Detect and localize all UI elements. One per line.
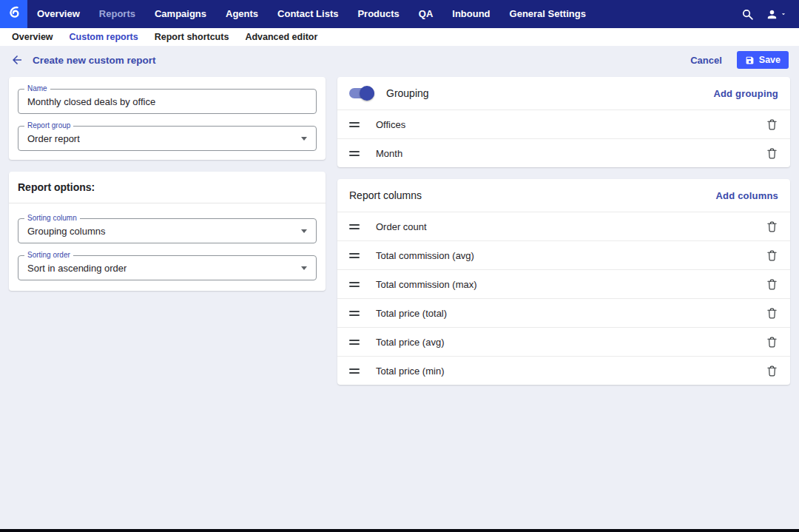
report-column-label: Total commission (avg) bbox=[376, 250, 474, 261]
drag-handle-icon[interactable] bbox=[349, 122, 360, 127]
delete-grouping-button[interactable] bbox=[766, 118, 778, 131]
add-grouping-button[interactable]: Add grouping bbox=[713, 88, 778, 99]
grouping-row-label: Offices bbox=[376, 119, 405, 130]
sorting-column-label: Sorting column bbox=[24, 214, 80, 222]
delete-column-button[interactable] bbox=[766, 278, 778, 291]
report-column-label: Total price (total) bbox=[376, 308, 447, 319]
subnav-item-overview[interactable]: Overview bbox=[4, 32, 61, 42]
save-button-label: Save bbox=[759, 55, 781, 65]
delete-grouping-button[interactable] bbox=[766, 147, 778, 160]
sorting-order-value: Sort in ascending order bbox=[27, 263, 127, 274]
topnav-item-products[interactable]: Products bbox=[348, 0, 408, 28]
grouping-panel: Grouping Add grouping Offices Month bbox=[337, 77, 790, 167]
report-column-row: Total price (avg) bbox=[337, 327, 790, 356]
save-icon bbox=[745, 55, 755, 65]
drag-handle-icon[interactable] bbox=[349, 224, 360, 229]
main-content: Name Monthly closed deals by office Repo… bbox=[0, 74, 799, 385]
report-name-value: Monthly closed deals by office bbox=[27, 96, 155, 107]
report-column-label: Total price (avg) bbox=[376, 337, 444, 348]
report-column-row: Total price (min) bbox=[337, 356, 790, 385]
drag-handle-icon[interactable] bbox=[349, 368, 360, 374]
search-icon[interactable] bbox=[741, 8, 754, 21]
page-header: Create new custom report Cancel Save bbox=[0, 46, 799, 74]
grouping-row-label: Month bbox=[376, 148, 402, 159]
sorting-column-value: Grouping columns bbox=[27, 226, 106, 237]
report-name-field[interactable]: Name Monthly closed deals by office bbox=[18, 89, 317, 114]
header-actions: Cancel Save bbox=[690, 51, 789, 69]
back-button[interactable] bbox=[10, 53, 24, 67]
trash-icon bbox=[766, 118, 778, 131]
topnav-item-contact-lists[interactable]: Contact Lists bbox=[268, 0, 348, 28]
drag-handle-icon[interactable] bbox=[349, 311, 360, 316]
subnav-item-report-shortcuts[interactable]: Report shortcuts bbox=[146, 32, 237, 42]
dropdown-caret-icon bbox=[301, 137, 307, 141]
add-columns-button[interactable]: Add columns bbox=[715, 190, 778, 201]
trash-icon bbox=[766, 365, 778, 377]
drag-handle-icon[interactable] bbox=[349, 282, 360, 287]
report-options-title: Report options: bbox=[9, 172, 326, 203]
grouping-row: Month bbox=[337, 138, 790, 167]
report-group-select[interactable]: Report group Order report bbox=[18, 126, 317, 151]
left-column: Name Monthly closed deals by office Repo… bbox=[9, 77, 326, 291]
toggle-thumb bbox=[360, 86, 374, 101]
report-column-label: Total commission (max) bbox=[376, 279, 477, 290]
save-button[interactable]: Save bbox=[737, 51, 789, 69]
delete-column-button[interactable] bbox=[766, 220, 778, 233]
report-group-label: Report group bbox=[24, 121, 73, 129]
cancel-button[interactable]: Cancel bbox=[690, 55, 722, 66]
topnav-item-inbound[interactable]: Inbound bbox=[442, 0, 499, 28]
report-column-row: Total commission (max) bbox=[337, 269, 790, 298]
back-arrow-icon bbox=[10, 53, 24, 67]
topnav-item-qa[interactable]: QA bbox=[409, 0, 443, 28]
dropdown-caret-icon bbox=[301, 266, 307, 270]
trash-icon bbox=[766, 249, 778, 262]
delete-column-button[interactable] bbox=[766, 249, 778, 262]
grouping-row: Offices bbox=[337, 110, 790, 138]
drag-handle-icon[interactable] bbox=[349, 253, 360, 258]
report-column-label: Total price (min) bbox=[376, 366, 444, 377]
topnav-item-campaigns[interactable]: Campaigns bbox=[145, 0, 216, 28]
drag-handle-icon[interactable] bbox=[349, 151, 360, 156]
chevron-down-icon bbox=[780, 10, 787, 18]
topnav-item-reports[interactable]: Reports bbox=[90, 0, 145, 28]
drag-handle-icon[interactable] bbox=[349, 340, 360, 345]
delete-column-button[interactable] bbox=[766, 336, 778, 349]
subnav-item-advanced-editor[interactable]: Advanced editor bbox=[237, 32, 326, 42]
delete-column-button[interactable] bbox=[766, 307, 778, 320]
grouping-toggle[interactable] bbox=[349, 86, 374, 101]
topnav-right-actions bbox=[741, 0, 799, 28]
sorting-order-label: Sorting order bbox=[24, 251, 73, 259]
logo-swirl-icon bbox=[6, 4, 22, 24]
report-columns-panel: Report columns Add columns Order count T… bbox=[337, 179, 790, 385]
report-column-row: Total price (total) bbox=[337, 298, 790, 327]
grouping-panel-header: Grouping Add grouping bbox=[337, 77, 790, 110]
trash-icon bbox=[766, 336, 778, 349]
report-group-value: Order report bbox=[27, 133, 80, 144]
sub-navigation-bar: Overview Custom reports Report shortcuts… bbox=[0, 28, 799, 46]
subnav-item-custom-reports[interactable]: Custom reports bbox=[61, 32, 146, 42]
right-column: Grouping Add grouping Offices Month bbox=[337, 77, 790, 385]
top-navigation-bar: Overview Reports Campaigns Agents Contac… bbox=[0, 0, 799, 28]
user-icon bbox=[766, 8, 778, 21]
topnav-item-overview[interactable]: Overview bbox=[27, 0, 90, 28]
user-menu[interactable] bbox=[766, 8, 787, 21]
report-column-row: Total commission (avg) bbox=[337, 240, 790, 269]
topnav-items: Overview Reports Campaigns Agents Contac… bbox=[27, 0, 596, 28]
app-logo[interactable] bbox=[0, 0, 27, 28]
topnav-item-general-settings[interactable]: General Settings bbox=[500, 0, 596, 28]
trash-icon bbox=[766, 147, 778, 160]
report-columns-title: Report columns bbox=[349, 189, 422, 201]
delete-column-button[interactable] bbox=[766, 365, 778, 377]
report-options-body: Sorting column Grouping columns Sorting … bbox=[9, 203, 326, 291]
topnav-item-agents[interactable]: Agents bbox=[216, 0, 268, 28]
trash-icon bbox=[766, 307, 778, 320]
report-column-label: Order count bbox=[376, 221, 427, 232]
report-basics-card: Name Monthly closed deals by office Repo… bbox=[9, 77, 326, 160]
report-name-label: Name bbox=[24, 84, 50, 92]
sorting-order-select[interactable]: Sorting order Sort in ascending order bbox=[18, 255, 317, 280]
sorting-column-select[interactable]: Sorting column Grouping columns bbox=[18, 218, 317, 243]
trash-icon bbox=[766, 220, 778, 233]
report-column-row: Order count bbox=[337, 212, 790, 240]
report-options-card: Report options: Sorting column Grouping … bbox=[9, 172, 326, 291]
trash-icon bbox=[766, 278, 778, 291]
